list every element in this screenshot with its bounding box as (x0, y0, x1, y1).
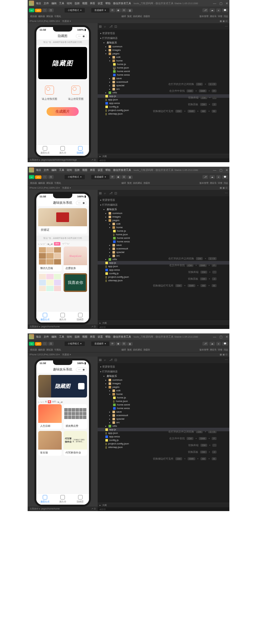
menu-project[interactable]: 项目 (36, 2, 41, 5)
editor-toggle[interactable]: </> (35, 9, 41, 12)
tab-meme[interactable]: 趣图生成 (36, 145, 54, 156)
compile-dropdown[interactable]: 普通编译▾ (91, 175, 109, 179)
debugger-toggle[interactable]: ⬚ (42, 175, 48, 179)
menu-file[interactable]: 文件 (44, 2, 49, 5)
page-path[interactable]: 页面路径 ▸ pages/home/home (30, 507, 60, 510)
outline-bar[interactable]: ▸ 大纲 (98, 154, 229, 158)
hidden-banner[interactable]: 隐藏图 (38, 375, 87, 397)
details-button[interactable]: ≡ (216, 8, 221, 12)
titlebar: 项目 文件 编辑 工具 转到 选择 视图 界面 设置 帮助 微信开发者工具 to… (28, 0, 229, 6)
debugger-toggle[interactable]: ⬚ (42, 8, 48, 12)
cert-card[interactable]: 挂猪证 (38, 208, 87, 234)
file-home-json[interactable]: {}home.json (98, 66, 229, 70)
tab-hidden[interactable]: 隐藏图 (71, 494, 89, 505)
folder-save[interactable]: ▸save (98, 77, 229, 80)
file-home-wxml[interactable]: home.wxml (98, 70, 229, 73)
tab-poem[interactable]: 藏头诗 (54, 312, 72, 322)
split-icon[interactable]: ◫ (114, 25, 118, 28)
menu-wxdev[interactable]: 微信开发者工具 (113, 2, 131, 5)
test-account-button[interactable]: ☁ (209, 8, 215, 12)
card-signature[interactable]: 签名墙 (38, 431, 62, 456)
simulator-toggle[interactable]: ▭ (29, 8, 34, 12)
menu-edit[interactable]: 编辑 (51, 2, 57, 5)
menu-tools[interactable]: 工具 (59, 2, 64, 5)
folder-edit[interactable]: ▸edit (98, 55, 229, 59)
menu-select[interactable]: 选择 (75, 2, 80, 5)
menu-view[interactable]: 视图 (82, 2, 87, 5)
device-bar: iPhone 12/13 (Pre) 100% 16 ▾ 热重载 ▾ ▦ ▣ ⊡ (28, 19, 229, 23)
compile-button[interactable]: ⟳ (110, 8, 115, 12)
messages-button[interactable]: 💬 (222, 8, 228, 12)
page-path[interactable]: 页面路径 ▸ pages/spacial/hideimage/hideimage (30, 158, 77, 162)
preview-button[interactable]: ◉ (116, 8, 121, 12)
page-path[interactable]: 页面路径 ▸ pages/home/home (30, 325, 60, 328)
homework-image: 代写寒假作业三年级以下 20元/科，初中30元… (64, 431, 87, 450)
mode-dropdown[interactable]: 小程序模式▾ (65, 8, 85, 13)
maximize-icon[interactable]: ▢ (219, 2, 222, 5)
minimize-icon[interactable]: — (213, 335, 216, 339)
tab-meme[interactable]: 趣图生成 (36, 494, 54, 505)
more-icon[interactable]: ⋯ (225, 25, 228, 28)
close-icon[interactable]: ✕ (226, 2, 228, 5)
hot-reload[interactable]: 热重载 ▾ (62, 20, 71, 23)
open-editors-header[interactable]: ▸ 打开的编辑器 (98, 36, 229, 41)
file-home-js[interactable]: home.js (98, 62, 229, 66)
folder-common[interactable]: ▸common (98, 45, 229, 48)
folder-pages[interactable]: ▾pages (98, 52, 229, 55)
card-chalkboard[interactable]: 我喜欢你 (64, 273, 87, 292)
tab-poem[interactable]: 藏头诗 (54, 145, 72, 156)
device-selector[interactable]: iPhone 12/13 (Pre) 100% 16 ▾ (30, 187, 60, 189)
explorer-icon[interactable]: ▤ (99, 25, 102, 28)
card-wall[interactable] (38, 273, 62, 292)
version-mgmt-button[interactable]: ⎇ (202, 8, 208, 12)
card-life-goal[interactable]: 人生目标 (38, 404, 62, 429)
shortcuts-hint: 在打开的文件之间切换Ctrl+1 ~ 9 在文件中查找Ctrl+Shift+F … (153, 82, 217, 116)
user-avatar[interactable] (29, 167, 34, 173)
tab-hidden[interactable]: 隐藏图 (71, 312, 89, 322)
tab-hidden[interactable]: 隐藏图 (71, 145, 89, 156)
device-selector[interactable]: iPhone 12/13 (Pre) 100% 16 ▾ (30, 20, 60, 23)
folder-images[interactable]: ▸images (98, 48, 229, 52)
card-homework[interactable]: 代写寒假作业三年级以下 20元/科，初中30元…代写寒假作业 (64, 431, 87, 456)
folder-home[interactable]: ▾home (98, 59, 229, 62)
upload-preview[interactable]: 请上传预览图 (42, 86, 57, 101)
search-icon[interactable]: ⌕ (104, 25, 107, 28)
compile-dropdown[interactable]: 普通编译▾ (91, 8, 109, 13)
simulator-toggle[interactable]: ▭ (29, 175, 34, 179)
emoji-bar[interactable]: (｡･ω･)ﾉﾞ(◕‿◕)表白ヽ(°▽°)ノ (36, 241, 89, 247)
generate-button[interactable]: 生成图片 (47, 107, 79, 116)
editor-toggle[interactable]: </> (35, 175, 41, 179)
clear-cache-button[interactable]: 🗑 (127, 9, 133, 12)
mode-dropdown[interactable]: 小程序模式▾ (65, 175, 85, 179)
maximize-icon[interactable]: ▢ (219, 168, 222, 172)
upload-background[interactable]: 请上传背景图 (68, 86, 84, 101)
card-likes[interactable]: 朋友圈点赞 (64, 404, 87, 429)
card-tattoo[interactable]: AlwaysLove 恋爱纹身 (64, 247, 87, 271)
capsule-menu[interactable]: ⋯◉ (76, 34, 87, 38)
menu-goto[interactable]: 转到 (67, 2, 72, 5)
tab-poem[interactable]: 藏头诗 (54, 494, 72, 505)
menu-settings[interactable]: 设置 (98, 2, 103, 5)
maximize-icon[interactable]: ▢ (219, 335, 222, 339)
visual-toggle[interactable]: ◫ (48, 8, 54, 12)
label-simulator: 模拟器 (30, 15, 37, 18)
wolf-icon (78, 383, 84, 389)
git-icon[interactable]: ⎇ (109, 25, 112, 28)
close-icon[interactable]: ✕ (226, 335, 228, 339)
tab-meme[interactable]: 趣图生成 (36, 312, 54, 322)
file-home-wxss[interactable]: home.wxss (98, 73, 229, 77)
remote-debug-button[interactable]: ⊡ (121, 8, 127, 12)
tree-root[interactable]: ▾趣味娱乐 (98, 41, 229, 45)
menu-help[interactable]: 帮助 (105, 2, 111, 5)
minimize-icon[interactable]: — (213, 168, 216, 172)
window-title: tools_刀客源码网 - 微信开发者工具 Stable 1.05.211130… (134, 168, 213, 172)
user-avatar[interactable] (29, 1, 34, 6)
menu-interface[interactable]: 界面 (90, 2, 95, 5)
card-nine-grid[interactable]: 情侣九宫格 (38, 247, 62, 271)
close-icon[interactable]: ✕ (226, 168, 228, 172)
page-title: 趣味娱乐系统 (53, 367, 72, 372)
capsule-menu[interactable]: ⋯◉ (76, 201, 87, 205)
user-avatar[interactable] (29, 334, 34, 339)
minimize-icon[interactable]: — (213, 2, 216, 5)
visual-toggle[interactable]: ◫ (48, 175, 54, 179)
